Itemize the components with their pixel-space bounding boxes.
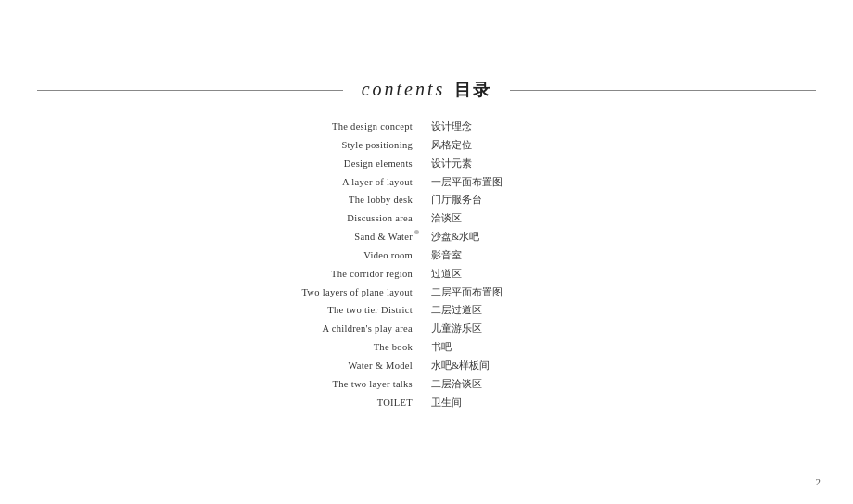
page-number: 2 (816, 476, 821, 487)
table-row: Design elements设计元素 (250, 156, 603, 172)
table-row: TOILET卫生间 (250, 395, 603, 411)
row-en-label: Style positioning (250, 137, 422, 154)
row-cn-label: 水吧&样板间 (422, 358, 533, 374)
row-en-label: Sand & Water (250, 229, 422, 246)
row-en-label: The lobby desk (250, 192, 422, 208)
row-cn-label: 卫生间 (422, 395, 533, 411)
row-en-label: Design elements (250, 156, 422, 172)
row-cn-label: 设计元素 (422, 156, 533, 172)
dot-indicator (414, 230, 419, 234)
row-cn-label: 一层平面布置图 (422, 174, 533, 191)
row-en-label: The two tier District (250, 302, 422, 319)
page-container: contents 目录 The design concept设计理念Style … (0, 0, 853, 504)
row-cn-label: 风格定位 (422, 137, 533, 154)
header-line-right (510, 90, 816, 91)
row-cn-label: 门厅服务台 (422, 192, 533, 208)
row-en-label: Discussion area (250, 210, 422, 227)
table-row: Style positioning风格定位 (250, 137, 603, 154)
row-en-label: A layer of layout (250, 174, 422, 191)
table-row: The book书吧 (250, 339, 603, 356)
header-line-left (37, 90, 343, 91)
contents-table: The design concept设计理念Style positioning风… (0, 119, 853, 413)
table-row: The two tier District二层过道区 (250, 302, 603, 319)
row-en-label: Water & Model (250, 358, 422, 374)
table-row: The corridor region过道区 (250, 266, 603, 283)
row-cn-label: 儿童游乐区 (422, 321, 533, 337)
table-row: Sand & Water沙盘&水吧 (250, 229, 603, 246)
table-row: Water & Model水吧&样板间 (250, 358, 603, 374)
table-row: The two layer talks二层洽谈区 (250, 376, 603, 393)
table-row: Video room影音室 (250, 247, 603, 264)
row-en-label: The corridor region (250, 266, 422, 283)
row-cn-label: 设计理念 (422, 119, 533, 135)
row-cn-label: 书吧 (422, 339, 533, 356)
row-cn-label: 影音室 (422, 247, 533, 264)
table-row: The design concept设计理念 (250, 119, 603, 135)
header-title-cn: 目录 (454, 79, 491, 101)
header-title-en: contents (362, 79, 446, 100)
row-cn-label: 二层洽谈区 (422, 376, 533, 393)
row-cn-label: 二层平面布置图 (422, 284, 533, 301)
row-en-label: A children's play area (250, 321, 422, 337)
row-en-label: TOILET (250, 395, 422, 411)
table-row: A layer of layout一层平面布置图 (250, 174, 603, 191)
table-row: A children's play area儿童游乐区 (250, 321, 603, 337)
table-row: Two layers of plane layout二层平面布置图 (250, 284, 603, 301)
table-row: Discussion area洽谈区 (250, 210, 603, 227)
row-en-label: The design concept (250, 119, 422, 135)
header-title: contents 目录 (362, 79, 492, 101)
row-en-label: Video room (250, 247, 422, 264)
header-section: contents 目录 (37, 79, 816, 101)
row-cn-label: 洽谈区 (422, 210, 533, 227)
row-cn-label: 过道区 (422, 266, 533, 283)
row-cn-label: 沙盘&水吧 (422, 229, 533, 246)
row-en-label: The book (250, 339, 422, 356)
row-cn-label: 二层过道区 (422, 302, 533, 319)
row-en-label: Two layers of plane layout (250, 284, 422, 301)
row-en-label: The two layer talks (250, 376, 422, 393)
table-row: The lobby desk门厅服务台 (250, 192, 603, 208)
